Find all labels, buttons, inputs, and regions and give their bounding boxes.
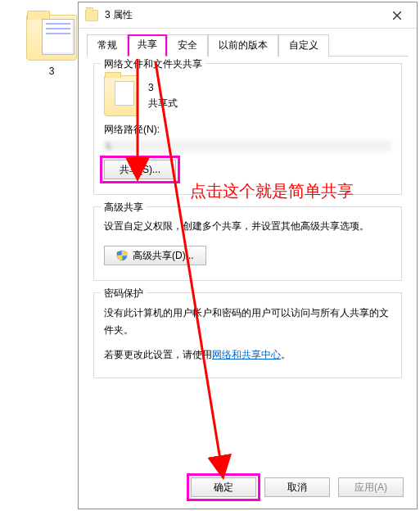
- apply-button[interactable]: 应用(A): [338, 477, 404, 497]
- annotation-callout: 点击这个就是简单共享: [190, 180, 354, 202]
- folder-state: 共享式: [148, 96, 178, 111]
- pwd-desc2-suffix: 。: [281, 349, 291, 360]
- password-protect-legend: 密码保护: [101, 287, 147, 301]
- tab-custom[interactable]: 自定义: [278, 34, 329, 57]
- paper-icon: [115, 81, 134, 106]
- tab-strip: 常规 共享 安全 以前的版本 自定义: [79, 29, 417, 56]
- folder-icon: [26, 15, 77, 61]
- advanced-share-button-label: 高级共享(D)...: [133, 249, 194, 263]
- advanced-share-button-row: 高级共享(D)...: [104, 246, 391, 265]
- tab-general[interactable]: 常规: [87, 34, 128, 57]
- titlebar-folder-icon: [85, 10, 98, 21]
- close-icon: [393, 11, 401, 20]
- advanced-share-desc: 设置自定义权限，创建多个共享，并设置其他高级共享选项。: [104, 219, 391, 234]
- advanced-share-button[interactable]: 高级共享(D)...: [104, 246, 206, 265]
- desktop-folder[interactable]: 3: [23, 15, 80, 77]
- share-button-row: 共享(S)...: [104, 160, 391, 179]
- ok-button[interactable]: 确定: [191, 477, 256, 497]
- advanced-share-legend: 高级共享: [101, 201, 147, 215]
- desktop-folder-label: 3: [23, 66, 80, 77]
- advanced-share-group: 高级共享 设置自定义权限，创建多个共享，并设置其他高级共享选项。 高级共享(D)…: [93, 206, 402, 281]
- password-protect-desc1: 没有此计算机的用户帐户和密码的用户可以访问与所有人共享的文件夹。: [104, 305, 391, 338]
- cancel-button[interactable]: 取消: [264, 477, 330, 497]
- pwd-desc2-prefix: 若要更改此设置，请使用: [104, 349, 212, 360]
- network-path-value: \\: [104, 140, 391, 151]
- dialog-title: 3 属性: [105, 8, 381, 22]
- folder-thumbnail-row: 3 共享式: [104, 75, 391, 116]
- tab-content: 网络文件和文件夹共享 3 共享式 网络路径(N): \\ 共享(S)... 高级…: [87, 56, 409, 469]
- folder-thumb-icon: [104, 75, 138, 116]
- shield-icon: [116, 250, 128, 261]
- paper-icon: [42, 19, 75, 55]
- tab-security[interactable]: 安全: [167, 34, 208, 57]
- network-share-group: 网络文件和文件夹共享 3 共享式 网络路径(N): \\ 共享(S)...: [93, 63, 402, 195]
- network-sharing-center-link[interactable]: 网络和共享中心: [212, 349, 281, 360]
- tab-share[interactable]: 共享: [128, 34, 167, 57]
- share-button[interactable]: 共享(S)...: [104, 160, 176, 179]
- dialog-footer: 确定 取消 应用(A): [79, 469, 417, 509]
- network-share-legend: 网络文件和文件夹共享: [101, 57, 205, 71]
- password-protect-group: 密码保护 没有此计算机的用户帐户和密码的用户可以访问与所有人共享的文件夹。 若要…: [93, 292, 402, 378]
- title-bar[interactable]: 3 属性: [79, 2, 417, 29]
- close-button[interactable]: [381, 6, 413, 25]
- network-path-label: 网络路径(N):: [104, 123, 391, 137]
- folder-info: 3 共享式: [148, 80, 178, 111]
- properties-dialog: 3 属性 常规 共享 安全 以前的版本 自定义 网络文件和文件夹共享 3 共享式…: [78, 2, 418, 509]
- folder-name: 3: [148, 80, 178, 96]
- tab-previous-versions[interactable]: 以前的版本: [208, 34, 278, 57]
- password-protect-desc2: 若要更改此设置，请使用网络和共享中心。: [104, 346, 391, 363]
